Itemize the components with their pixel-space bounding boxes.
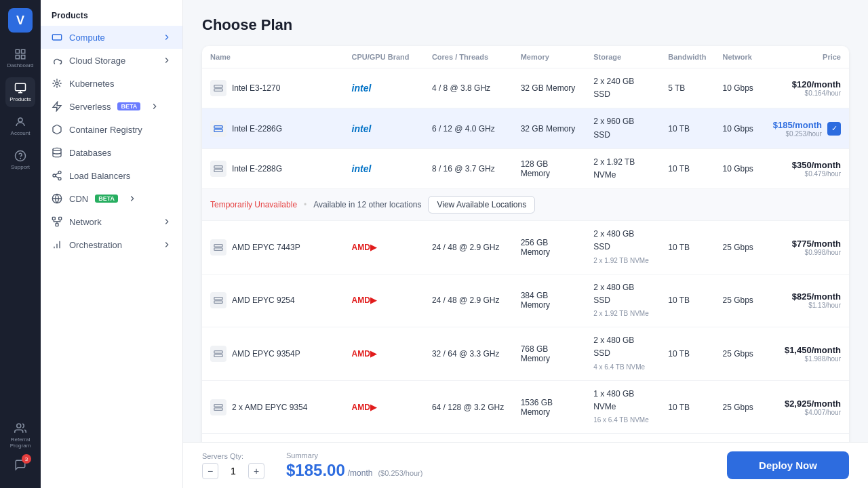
sidebar-icon-dashboard[interactable]: Dashboard (5, 43, 35, 73)
table-row[interactable]: 2 x AMD EPYC 9354 AMD▶ 64 / 128 @ 3.2 GH… (202, 380, 849, 434)
sidebar-item-databases[interactable]: Databases (41, 141, 182, 164)
sidebar-icon-account[interactable]: Account (5, 111, 35, 141)
serverless-badge: BETA (117, 102, 140, 110)
summary-section: Summary $185.00 /month ($0.253/hour) (286, 451, 423, 480)
qty-value: 1 (226, 466, 240, 476)
table-row[interactable]: AMD EPYC 9254 AMD▶ 24 / 48 @ 2.9 GHz 384… (202, 274, 849, 327)
cloud-storage-chevron (162, 56, 172, 65)
selected-check-icon: ✓ (827, 122, 841, 136)
price-cell: $1,450/month $1.988/hour (765, 327, 849, 381)
svg-rect-24 (214, 169, 222, 172)
sidebar-item-orchestration[interactable]: Orchestration (41, 233, 182, 256)
view-locations-button[interactable]: View Available Locations (428, 196, 535, 214)
plan-name: AMD EPYC 7443P (232, 243, 300, 252)
col-memory: Memory (513, 46, 586, 68)
brand-logo: AMD▶ (352, 296, 376, 305)
svg-rect-3 (22, 56, 25, 59)
cores-cell: 24 / 48 @ 2.9 GHz (424, 274, 513, 327)
server-icon (210, 239, 226, 256)
memory-cell: 1536 GB Memory (513, 380, 586, 434)
col-storage: Storage (585, 46, 660, 68)
container-registry-label: Container Registry (69, 125, 142, 135)
bandwidth-cell: 10 TB (660, 274, 714, 327)
load-balancers-label: Load Balancers (69, 171, 130, 181)
memory-cell: 384 GB Memory (513, 274, 586, 327)
svg-rect-2 (16, 56, 19, 59)
table-row[interactable]: Intel E3-1270 intel 4 / 8 @ 3.8 GHz 32 G… (202, 68, 849, 108)
storage-cell: 2 x 480 GB SSD2 x 1.92 TB NVMe (585, 221, 660, 274)
sidebar-icon-products[interactable]: Products (5, 77, 35, 107)
svg-rect-4 (16, 83, 26, 91)
support-label: Support (11, 164, 30, 170)
storage-cell: 2 x 480 GB SSD2 x 1.92 TB NVMe (585, 274, 660, 327)
sidebar-item-serverless[interactable]: Serverless BETA (41, 95, 182, 118)
cloud-storage-label: Cloud Storage (69, 56, 125, 66)
bandwidth-cell: 5 TB (660, 68, 714, 108)
network-cell: 25 Gbps (714, 221, 764, 274)
memory-cell: 768 GB Memory (513, 327, 586, 381)
sidebar-item-network[interactable]: Network (41, 210, 182, 233)
sidebar-icon-support[interactable]: Support (5, 145, 35, 175)
sidebar-icon-referral[interactable]: Referral Program (5, 420, 35, 450)
sidebar-icon-chat[interactable]: 3 (5, 450, 35, 480)
qty-decrease-button[interactable]: − (202, 463, 218, 479)
table-row[interactable]: Intel E-2286G intel 6 / 12 @ 4.0 GHz 32 … (202, 108, 849, 148)
svg-point-14 (58, 178, 61, 180)
sidebar-item-kubernetes[interactable]: Kubernetes (41, 72, 182, 95)
svg-rect-9 (52, 35, 61, 40)
deploy-now-button[interactable]: Deploy Now (727, 451, 849, 479)
svg-rect-26 (214, 248, 222, 251)
page-title: Choose Plan (202, 16, 849, 34)
qty-increase-button[interactable]: + (248, 463, 264, 479)
network-cell: 25 Gbps (714, 380, 764, 434)
cdn-label: CDN (69, 194, 88, 204)
storage-cell: 2 x 480 GB SSD4 x 6.4 TB NVMe (585, 327, 660, 381)
server-icon (210, 292, 226, 308)
table-row[interactable]: AMD EPYC 7443P AMD▶ 24 / 48 @ 2.9 GHz 25… (202, 221, 849, 274)
storage-cell: 2 x 240 GB SSD (585, 68, 660, 108)
dashboard-label: Dashboard (7, 62, 33, 68)
sidebar-item-container-registry[interactable]: Container Registry (41, 118, 182, 141)
memory-cell: 256 GB Memory (513, 221, 586, 274)
brand-logo: intel (352, 163, 372, 174)
sidebar-item-cdn[interactable]: CDN BETA (41, 187, 182, 210)
server-icon (210, 161, 226, 177)
nav-sidebar: Products Compute Cloud Storage Kubernete… (41, 0, 183, 488)
svg-rect-32 (214, 407, 222, 410)
servers-qty-section: Servers Qty: − 1 + (202, 452, 264, 479)
svg-rect-1 (22, 49, 25, 53)
price-cell: $350/month $0.479/hour (765, 148, 849, 188)
svg-rect-0 (16, 49, 19, 53)
table-row[interactable]: Intel E-2288G intel 8 / 16 @ 3.7 GHz 128… (202, 148, 849, 188)
sidebar-item-load-balancers[interactable]: Load Balancers (41, 164, 182, 187)
bandwidth-cell: 10 TB (660, 380, 714, 434)
memory-cell: 32 GB Memory (513, 108, 586, 148)
databases-label: Databases (69, 148, 111, 158)
svg-rect-19 (214, 85, 222, 88)
table-row[interactable]: AMD EPYC 9354P AMD▶ 32 / 64 @ 3.3 GHz 76… (202, 327, 849, 381)
storage-cell: 2 x 960 GB SSD (585, 108, 660, 148)
cores-cell: 8 / 16 @ 3.7 GHz (424, 148, 513, 188)
plan-name: AMD EPYC 9354P (232, 349, 300, 359)
servers-qty-label: Servers Qty: (202, 452, 264, 460)
referral-label: Referral Program (5, 436, 35, 449)
app-logo[interactable]: V (8, 8, 33, 33)
server-icon (210, 121, 226, 137)
bandwidth-cell: 10 TB (660, 148, 714, 188)
cdn-chevron (127, 194, 137, 203)
col-cores: Cores / Threads (424, 46, 513, 68)
svg-rect-17 (59, 217, 62, 220)
cores-cell: 32 / 64 @ 3.3 GHz (424, 327, 513, 381)
svg-rect-29 (214, 351, 222, 354)
price-hour: ($0.253/hour) (378, 469, 422, 477)
sidebar-section-title: Products (41, 0, 182, 26)
sidebar-item-compute[interactable]: Compute (41, 26, 182, 49)
bandwidth-cell: 10 TB (660, 108, 714, 148)
svg-point-8 (17, 424, 21, 428)
sidebar-item-cloud-storage[interactable]: Cloud Storage (41, 49, 182, 72)
network-cell: 10 Gbps (714, 68, 764, 108)
cdn-badge: BETA (95, 195, 118, 203)
summary-label: Summary (286, 451, 423, 460)
storage-cell: 2 x 1.92 TB NVMe (585, 148, 660, 188)
server-icon (210, 346, 226, 362)
